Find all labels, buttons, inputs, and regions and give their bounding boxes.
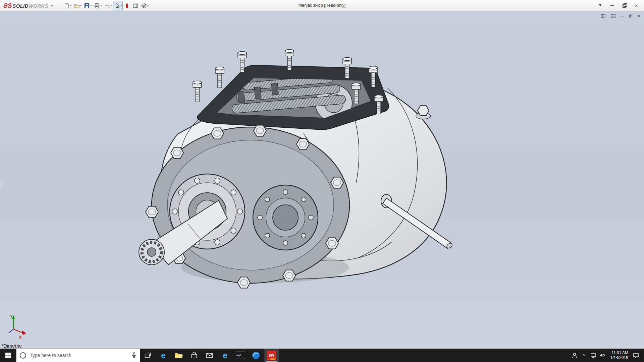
- doc-split-button[interactable]: [611, 14, 615, 18]
- undo-icon: [104, 3, 110, 9]
- app-icon-file-explorer[interactable]: [171, 349, 186, 362]
- doc-restore-icon: [629, 15, 632, 18]
- undo-button[interactable]: ▾: [103, 1, 113, 10]
- design-table-icon: [132, 3, 139, 9]
- solidworks-year-text: 2017: [270, 358, 276, 360]
- save-floppy-icon: [84, 3, 90, 9]
- hidden-icons-button[interactable]: ^: [580, 349, 588, 362]
- store-icon: [190, 352, 198, 359]
- appearance-pill-icon: [124, 3, 130, 9]
- app-icon-mail[interactable]: [202, 349, 217, 362]
- terminal-icon: &gt;_: [236, 352, 245, 359]
- quick-access-toolbar: ▾ ▾ ▾ ▾ ▾ ▾: [63, 1, 150, 10]
- panel-splitter-handle[interactable]: [0, 178, 3, 188]
- graphics-viewport[interactable]: ×: [0, 11, 644, 349]
- select-cursor-icon: [114, 3, 120, 9]
- file-explorer-icon: [174, 352, 183, 359]
- clock-date: 1/14/2019: [610, 355, 628, 360]
- doc-minimize-icon: [621, 16, 624, 16]
- doc-close-button[interactable]: ×: [638, 14, 640, 18]
- print-caret-icon[interactable]: ▾: [100, 4, 102, 7]
- start-button[interactable]: [0, 349, 16, 362]
- window-controls: ? ×: [598, 2, 644, 9]
- task-view-icon: [144, 352, 152, 359]
- taskbar-clock[interactable]: 11:01 AM 1/14/2019: [608, 351, 631, 360]
- clock-time: 11:01 AM: [610, 351, 628, 355]
- doc-restore-button[interactable]: [629, 14, 632, 18]
- select-button[interactable]: ▾: [113, 1, 123, 10]
- windows-taskbar: e e &gt;_ SW 2017: [0, 349, 644, 362]
- app-icon-edge[interactable]: e: [156, 349, 171, 362]
- solidworks-window: ƧS SOLID WORKS ▸ ▾ ▾ ▾ ▾: [0, 0, 644, 362]
- volume-muted-icon: [599, 353, 606, 358]
- windows-logo-icon: [5, 352, 11, 358]
- system-tray: ^ 11:01 AM 1/14/2019: [570, 349, 644, 362]
- restore-button[interactable]: [622, 2, 627, 9]
- title-bar: ƧS SOLID WORKS ▸ ▾ ▾ ▾ ▾: [0, 0, 644, 11]
- options-caret-icon[interactable]: ▾: [147, 4, 149, 7]
- app-icon-terminal[interactable]: &gt;_: [233, 349, 248, 362]
- blue-app-icon: [252, 351, 260, 360]
- print-button[interactable]: ▾: [93, 1, 103, 10]
- people-icon: [572, 352, 578, 358]
- side-cover-recess: [253, 185, 318, 250]
- task-view-button[interactable]: [140, 349, 156, 362]
- show-desktop-button[interactable]: [641, 349, 643, 362]
- mail-icon: [206, 352, 214, 359]
- triad-x-label: X: [19, 335, 22, 339]
- new-document-caret-icon[interactable]: ▾: [70, 4, 71, 7]
- minimize-button[interactable]: [610, 2, 614, 9]
- options-button[interactable]: ▾: [140, 1, 150, 10]
- print-icon: [94, 3, 100, 9]
- new-document-icon: [64, 3, 70, 9]
- brand-works-text: WORKS: [29, 3, 48, 9]
- gearbox-model: Y X: [0, 11, 644, 349]
- open-folder-icon: [74, 3, 80, 9]
- view-orientation-label: *Dimetric: [1, 343, 22, 349]
- select-caret-icon[interactable]: ▾: [120, 4, 122, 7]
- right-cap-bolt: [416, 106, 431, 119]
- help-button[interactable]: ?: [598, 2, 602, 9]
- minimize-icon: [610, 5, 614, 6]
- doc-split-icon: [611, 14, 615, 18]
- network-button[interactable]: [589, 349, 598, 362]
- solidworks-app-icon: SW 2017: [267, 351, 276, 360]
- doc-pane-button[interactable]: [601, 14, 605, 18]
- brand-solid-text: SOLID: [12, 3, 28, 9]
- save-button[interactable]: ▾: [83, 1, 93, 10]
- restore-icon: [623, 4, 626, 8]
- new-document-button[interactable]: ▾: [63, 1, 72, 10]
- taskbar-apps: e e &gt;_ SW 2017: [140, 349, 279, 362]
- orientation-triad: Y X: [9, 314, 26, 339]
- save-caret-icon[interactable]: ▾: [90, 4, 92, 7]
- close-button[interactable]: ×: [634, 2, 639, 9]
- people-button[interactable]: [570, 349, 579, 362]
- taskbar-search[interactable]: [16, 349, 140, 362]
- network-icon: [590, 353, 596, 358]
- appearance-button[interactable]: [123, 1, 131, 10]
- search-input[interactable]: [29, 352, 129, 358]
- microphone-icon[interactable]: [132, 352, 137, 358]
- open-caret-icon[interactable]: ▾: [80, 4, 82, 7]
- document-title: menjac sklop [Read-only]: [299, 0, 345, 11]
- search-icon: [20, 352, 26, 359]
- app-icon-solidworks[interactable]: SW 2017: [264, 349, 279, 362]
- open-button[interactable]: ▾: [73, 1, 83, 10]
- menu-flyout-arrow-icon[interactable]: ▸: [52, 3, 54, 8]
- app-icon-internet-explorer[interactable]: e: [217, 349, 233, 362]
- solidworks-abbr-text: SW: [268, 353, 274, 357]
- edge-icon: e: [161, 351, 166, 360]
- solidworks-logo: ƧS SOLID WORKS: [0, 2, 48, 9]
- volume-button[interactable]: [598, 349, 607, 362]
- undo-caret-icon[interactable]: ▾: [110, 4, 112, 7]
- solidworks-logo-icon: ƧS: [3, 2, 12, 9]
- app-icon-store[interactable]: [186, 349, 202, 362]
- app-icon-blue-app[interactable]: [248, 349, 264, 362]
- doc-minimize-button[interactable]: [621, 16, 624, 16]
- action-center-icon: [633, 353, 639, 358]
- document-window-controls: ×: [601, 14, 640, 18]
- action-center-button[interactable]: [632, 349, 640, 362]
- design-table-button[interactable]: [131, 1, 140, 10]
- gear-icon: [141, 3, 147, 9]
- triad-y-label: Y: [10, 314, 13, 318]
